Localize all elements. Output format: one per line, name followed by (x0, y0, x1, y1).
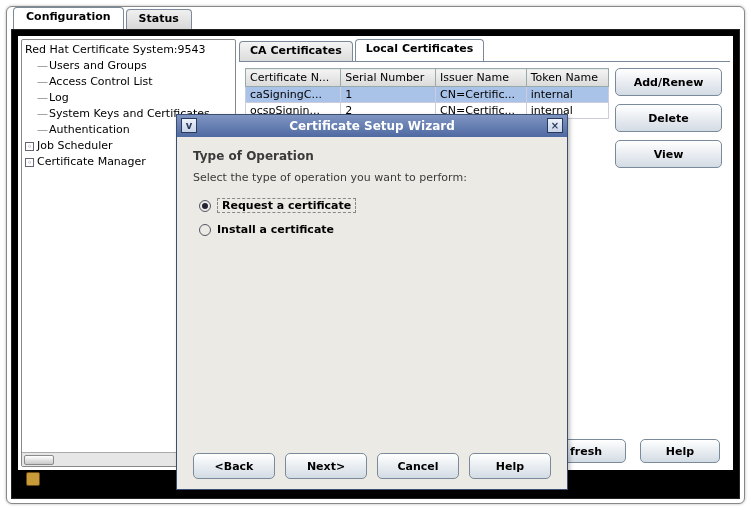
wizard-heading: Type of Operation (193, 149, 551, 163)
view-button[interactable]: View (615, 140, 722, 168)
radio-icon (199, 224, 211, 236)
tree-item-label: Log (49, 90, 69, 106)
wizard-title: Certificate Setup Wizard (289, 119, 455, 133)
sub-tab-bar: CA Certificates Local Certificates (239, 39, 730, 61)
tree-item-label: Certificate Manager (37, 154, 146, 170)
minimize-icon[interactable]: v (181, 118, 197, 133)
wizard-description: Select the type of operation you want to… (193, 171, 551, 184)
tab-status[interactable]: Status (126, 9, 192, 29)
cell: 1 (341, 87, 436, 103)
tree-root-label: Red Hat Certificate System:9543 (25, 42, 206, 58)
wizard-button-row: <Back Next> Cancel Help (177, 453, 567, 479)
table-header-row: Certificate N... Serial Number Issuer Na… (246, 69, 609, 87)
delete-button[interactable]: Delete (615, 104, 722, 132)
expand-toggle-icon[interactable]: ◦ (25, 158, 34, 167)
wizard-help-button[interactable]: Help (469, 453, 551, 479)
certificate-setup-wizard-dialog: v Certificate Setup Wizard × Type of Ope… (176, 114, 568, 490)
tree-item-label: Job Scheduler (37, 138, 113, 154)
scrollbar-thumb[interactable] (24, 455, 54, 465)
top-tab-bar: Configuration Status (7, 7, 744, 29)
close-icon[interactable]: × (547, 118, 563, 133)
wizard-body: Type of Operation Select the type of ope… (177, 137, 567, 258)
tree-branch-icon: — (37, 90, 46, 106)
tab-ca-certificates[interactable]: CA Certificates (239, 41, 353, 61)
radio-icon (199, 200, 211, 212)
status-lock-icon (26, 472, 40, 486)
wizard-titlebar[interactable]: v Certificate Setup Wizard × (177, 115, 567, 137)
tree-branch-icon: — (37, 74, 46, 90)
tab-configuration[interactable]: Configuration (13, 7, 124, 29)
tree-branch-icon: — (37, 106, 46, 122)
col-token-name[interactable]: Token Name (526, 69, 608, 87)
cell: CN=Certific... (436, 87, 527, 103)
help-button[interactable]: Help (640, 439, 720, 463)
radio-label: Request a certificate (217, 198, 356, 213)
tree-branch-icon: — (37, 122, 46, 138)
tree-item[interactable]: —Log (37, 90, 232, 106)
table-row[interactable]: caSigningC... 1 CN=Certific... internal (246, 87, 609, 103)
radio-label: Install a certificate (217, 223, 334, 236)
bottom-button-row: fresh Help (546, 439, 720, 463)
radio-request-certificate[interactable]: Request a certificate (193, 198, 551, 213)
tree-item[interactable]: —Access Control List (37, 74, 232, 90)
cell: caSigningC... (246, 87, 341, 103)
next-button[interactable]: Next> (285, 453, 367, 479)
tree-item[interactable]: —Users and Groups (37, 58, 232, 74)
back-button[interactable]: <Back (193, 453, 275, 479)
radio-install-certificate[interactable]: Install a certificate (193, 223, 551, 236)
certificates-table[interactable]: Certificate N... Serial Number Issuer Na… (245, 68, 609, 119)
tree-item-label: Users and Groups (49, 58, 147, 74)
tree-item-label: Access Control List (49, 74, 153, 90)
tree-branch-icon: — (37, 58, 46, 74)
tab-local-certificates[interactable]: Local Certificates (355, 39, 484, 61)
col-certificate-name[interactable]: Certificate N... (246, 69, 341, 87)
add-renew-button[interactable]: Add/Renew (615, 68, 722, 96)
col-issuer-name[interactable]: Issuer Name (436, 69, 527, 87)
cancel-button[interactable]: Cancel (377, 453, 459, 479)
cell: internal (526, 87, 608, 103)
col-serial-number[interactable]: Serial Number (341, 69, 436, 87)
tree-root-node[interactable]: Red Hat Certificate System:9543 (25, 42, 232, 58)
side-button-column: Add/Renew Delete View (615, 62, 730, 467)
expand-toggle-icon[interactable]: ◦ (25, 142, 34, 151)
tree-item-label: Authentication (49, 122, 130, 138)
